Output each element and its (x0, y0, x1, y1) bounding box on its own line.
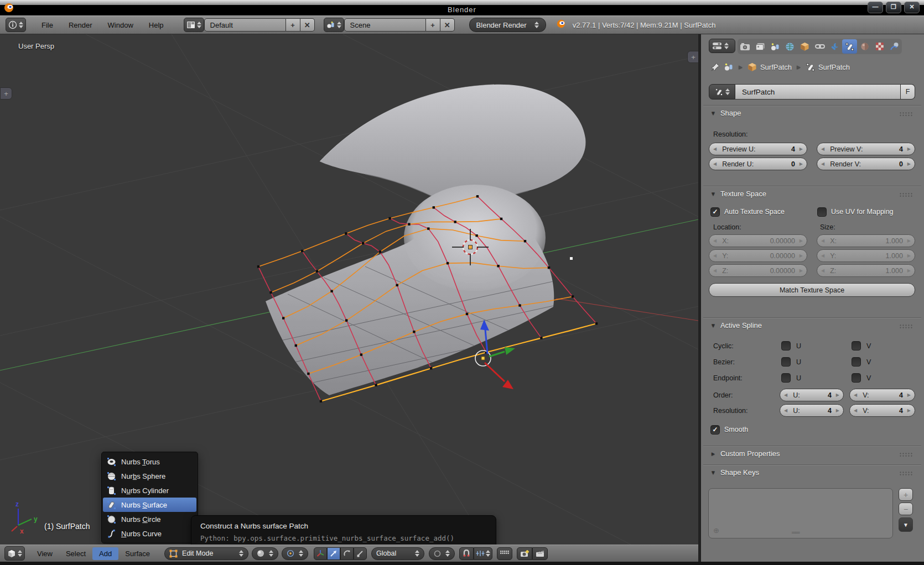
tab-material[interactable] (857, 39, 872, 54)
tab-constraints[interactable] (812, 39, 827, 54)
viewport-shading-selector[interactable] (252, 547, 278, 560)
panel-header-texture-space[interactable]: ▼ Texture Space (710, 190, 766, 198)
panel-header-shape-keys[interactable]: ▼ Shape Keys (710, 468, 759, 477)
bezier-v-checkbox[interactable] (852, 357, 861, 367)
snap-toggle[interactable] (459, 547, 474, 560)
translate-manipulator-button[interactable] (327, 547, 340, 560)
endpoint-v-checkbox[interactable] (852, 373, 861, 383)
menu-window[interactable]: Window (100, 21, 141, 29)
panel-grip-icon[interactable] (899, 452, 913, 457)
remove-shape-key-button[interactable]: − (899, 503, 913, 515)
scale-manipulator-button[interactable] (354, 547, 367, 560)
pivot-center-selector[interactable] (282, 547, 308, 560)
delete-scene-button[interactable]: ✕ (440, 18, 455, 32)
preview-v-field[interactable]: ◀Preview V:4▶ (817, 143, 915, 155)
add-screen-button[interactable]: + (286, 18, 300, 32)
pin-icon[interactable] (710, 62, 720, 72)
selected-control-point[interactable] (570, 257, 573, 260)
tab-texture[interactable] (872, 39, 887, 54)
resolution-v-field[interactable]: ◀V:4▶ (849, 404, 915, 417)
bezier-u-checkbox[interactable] (781, 357, 791, 367)
close-button[interactable]: ✕ (904, 2, 920, 13)
breadcrumb-data-name[interactable]: SurfPatch (818, 63, 850, 71)
tab-object-data[interactable] (842, 39, 857, 54)
menu-select[interactable]: Select (59, 550, 92, 558)
toolshelf-expand-tab[interactable]: + (0, 87, 12, 100)
manipulator-toggle[interactable] (314, 547, 327, 560)
list-resize-grip[interactable]: ══ (792, 529, 800, 536)
breadcrumb-object-name[interactable]: SurfPatch (760, 63, 792, 71)
fake-user-button[interactable]: F (901, 84, 915, 100)
texspace-size-x-field[interactable]: ◀X:1.000▶ (817, 234, 915, 247)
data-crumb-icon[interactable] (806, 62, 815, 72)
rotate-manipulator-button[interactable] (340, 547, 354, 560)
tab-object[interactable] (797, 39, 812, 54)
menu-surface[interactable]: Surface (118, 550, 157, 558)
shape-keys-list[interactable]: ⊕ ══ (708, 488, 893, 538)
menu-item-nurbs-sphere[interactable]: Nurbs Sphere (102, 469, 198, 483)
panel-header-active-spline[interactable]: ▼ Active Spline (710, 321, 762, 329)
menu-add[interactable]: Add (92, 547, 118, 560)
maximize-button[interactable]: ❐ (886, 2, 901, 13)
menu-item-nurbs-curve[interactable]: Nurbs Curve (102, 526, 198, 541)
panel-header-custom-properties[interactable]: ► Custom Properties (710, 449, 780, 458)
proportional-edit-selector[interactable] (429, 547, 455, 560)
render-v-field[interactable]: ◀Render V:0▶ (817, 158, 915, 170)
order-u-field[interactable]: ◀U:4▶ (780, 389, 844, 401)
viewport-editor-selector[interactable] (4, 546, 25, 561)
cyclic-u-checkbox[interactable] (781, 341, 791, 350)
screen-layout-name[interactable]: Default (204, 18, 286, 32)
render-engine-selector[interactable]: Blender Render (469, 18, 546, 32)
texspace-loc-z-field[interactable]: ◀Z:0.00000▶ (709, 264, 807, 277)
orientation-selector[interactable]: Global (371, 547, 424, 560)
use-uv-mapping-checkbox[interactable] (817, 207, 827, 217)
layers-widget[interactable] (497, 547, 512, 560)
datablock-name-input[interactable]: SurfPatch (735, 84, 901, 100)
tab-physics[interactable] (887, 39, 902, 54)
texspace-size-y-field[interactable]: ◀Y:1.000▶ (817, 249, 915, 262)
tab-scene[interactable] (767, 39, 782, 54)
opengl-render-button[interactable] (517, 547, 532, 560)
menu-view[interactable]: View (30, 550, 59, 558)
smooth-checkbox[interactable]: ✓ (710, 425, 720, 435)
minimize-button[interactable]: — (868, 2, 883, 13)
scene-crumb-icon[interactable] (724, 62, 734, 71)
opengl-animation-button[interactable] (532, 547, 548, 560)
match-texture-space-button[interactable]: Match Texture Space (709, 283, 915, 297)
menu-help[interactable]: Help (141, 21, 172, 29)
order-v-field[interactable]: ◀V:4▶ (849, 389, 915, 401)
blender-splash-icon[interactable] (556, 19, 566, 31)
render-u-field[interactable]: ◀Render U:0▶ (709, 158, 807, 170)
object-crumb-icon[interactable] (747, 62, 757, 72)
panel-grip-icon[interactable] (899, 324, 913, 329)
panel-grip-icon[interactable] (899, 192, 913, 197)
texspace-loc-x-field[interactable]: ◀X:0.00000▶ (709, 234, 807, 247)
add-shape-key-button[interactable]: + (899, 488, 913, 501)
snap-element-selector[interactable] (474, 547, 492, 560)
menu-item-nurbs-circle[interactable]: Nurbs Circle (102, 512, 198, 526)
mode-selector[interactable]: Edit Mode (164, 547, 248, 560)
editor-type-selector[interactable] (6, 18, 26, 32)
endpoint-u-checkbox[interactable] (781, 373, 791, 383)
texspace-size-z-field[interactable]: ◀Z:1.000▶ (817, 264, 915, 277)
list-filter-icon[interactable]: ⊕ (713, 526, 719, 535)
panel-grip-icon[interactable] (899, 471, 913, 476)
add-scene-button[interactable]: + (426, 18, 440, 32)
texspace-loc-y-field[interactable]: ◀Y:0.00000▶ (709, 249, 807, 262)
shape-key-specials-menu[interactable]: ▼ (899, 517, 913, 532)
preview-u-field[interactable]: ◀Preview U:4▶ (709, 143, 807, 155)
auto-texture-space-checkbox[interactable]: ✓ (710, 207, 720, 217)
tab-world[interactable] (782, 39, 797, 54)
tab-modifiers[interactable] (827, 39, 842, 54)
panel-grip-icon[interactable] (899, 112, 913, 117)
menu-item-nurbs-surface[interactable]: Nurbs Surface (103, 498, 196, 512)
scene-name[interactable]: Scene (344, 18, 426, 32)
menu-render[interactable]: Render (61, 21, 100, 29)
tab-render-layers[interactable] (752, 39, 767, 54)
sidebar-expand-tab[interactable]: + (687, 51, 698, 63)
cyclic-v-checkbox[interactable] (852, 341, 861, 350)
tab-render[interactable] (738, 39, 752, 54)
properties-editor-selector[interactable] (709, 39, 735, 53)
resolution-u-field[interactable]: ◀U:4▶ (780, 404, 844, 417)
menu-item-nurbs-torus[interactable]: Nurbs Torus (102, 454, 198, 469)
